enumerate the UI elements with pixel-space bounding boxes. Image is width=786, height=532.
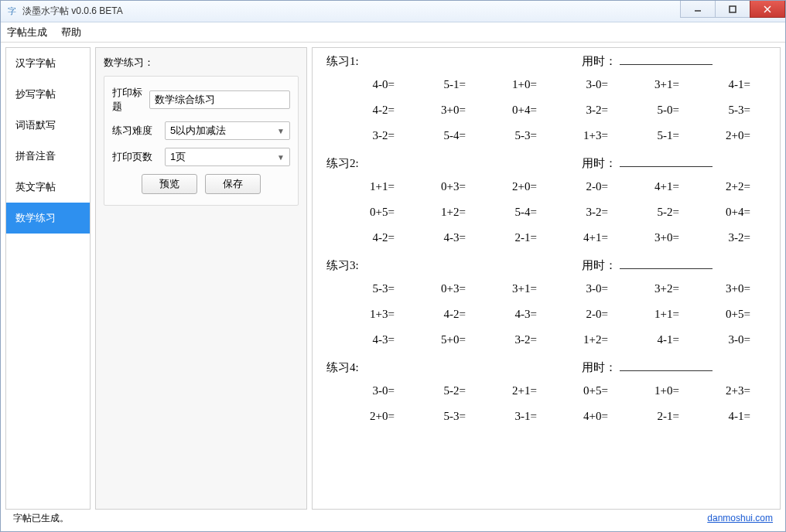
exercise-cell: 3+0= — [682, 276, 754, 302]
input-print-title[interactable] — [149, 90, 290, 109]
select-difficulty-value: 5以内加减法 — [170, 124, 226, 138]
exercise-grid: 4-0=5-1=1+0=3-0=3+1=4-1=4-2=3+0=0+4=3-2=… — [326, 72, 771, 148]
sidebar-item-2[interactable]: 词语默写 — [6, 110, 90, 141]
exercise-cell: 3-1= — [469, 404, 540, 429]
sidebar-item-4[interactable]: 英文字帖 — [6, 172, 90, 203]
window-controls — [681, 1, 785, 18]
exercise-cell: 5-4= — [398, 123, 469, 148]
exercise-header: 练习4:用时： — [326, 360, 771, 375]
exercise-cell: 0+3= — [398, 276, 469, 302]
sidebar-item-0[interactable]: 汉字字帖 — [6, 48, 90, 79]
exercise-cell: 5-0= — [611, 97, 682, 123]
exercise-cell: 4-0= — [326, 72, 398, 97]
save-button[interactable]: 保存 — [205, 174, 261, 194]
preview-pane[interactable]: 练习1:用时：4-0=5-1=1+0=3-0=3+1=4-1=4-2=3+0=0… — [312, 47, 781, 510]
exercise-cell: 5+0= — [398, 327, 469, 353]
select-pages[interactable]: 1页 ▼ — [165, 148, 290, 166]
exercise-row: 4-3=5+0=3-2=1+2=4-1=3-0= — [326, 327, 771, 353]
time-label: 用时： — [582, 156, 617, 171]
exercise-cell: 2-0= — [540, 302, 611, 327]
sidebar-item-3[interactable]: 拼音注音 — [6, 141, 90, 172]
chevron-down-icon: ▼ — [277, 127, 285, 135]
exercise-cell: 5-1= — [398, 72, 469, 97]
select-difficulty[interactable]: 5以内加减法 ▼ — [165, 121, 290, 140]
exercise-time: 用时： — [582, 360, 713, 375]
exercise-cell: 4+0= — [540, 404, 611, 429]
exercise-cell: 3+1= — [469, 276, 540, 302]
options-panel: 数学练习： 打印标题 练习难度 5以内加减法 ▼ 打印页数 — [95, 47, 307, 510]
exercise-row: 4-2=3+0=0+4=3-2=5-0=5-3= — [326, 97, 771, 123]
sidebar-item-5[interactable]: 数学练习 — [6, 203, 90, 234]
exercise-cell: 3-2= — [540, 97, 611, 123]
exercise-cell: 3+2= — [611, 276, 682, 302]
exercise-cell: 3+0= — [398, 97, 469, 123]
exercise-row: 4-0=5-1=1+0=3-0=3+1=4-1= — [326, 72, 771, 97]
select-pages-value: 1页 — [170, 150, 186, 164]
exercise-cell: 5-1= — [611, 123, 682, 148]
maximize-button[interactable] — [715, 1, 750, 18]
statusbar: 字帖已生成。 danmoshui.com — [5, 510, 781, 527]
exercise-cell: 3-2= — [326, 123, 398, 148]
exercise-grid: 3-0=5-2=2+1=0+5=1+0=2+3=2+0=5-3=3-1=4+0=… — [326, 378, 771, 429]
row-print-title: 打印标题 — [112, 86, 290, 114]
exercise-cell: 5-3= — [398, 404, 469, 429]
exercise-cell: 0+5= — [326, 200, 398, 225]
exercise-cell: 2+0= — [326, 404, 398, 429]
exercise-title: 练习1: — [326, 54, 582, 69]
exercise-cell: 2+2= — [682, 174, 754, 200]
exercise-cell: 1+2= — [540, 327, 611, 353]
exercise-cell: 3-2= — [682, 225, 754, 251]
exercise-cell: 1+3= — [326, 302, 398, 327]
exercise-row: 1+3=4-2=4-3=2-0=1+1=0+5= — [326, 302, 771, 327]
exercise-cell: 4-3= — [469, 302, 540, 327]
exercise-row: 1+1=0+3=2+0=2-0=4+1=2+2= — [326, 174, 771, 200]
exercise-cell: 2+0= — [469, 174, 540, 200]
svg-rect-1 — [730, 6, 736, 12]
status-link[interactable]: danmoshui.com — [707, 513, 773, 523]
time-label: 用时： — [582, 258, 617, 273]
label-print-title: 打印标题 — [112, 86, 145, 114]
minimize-button[interactable] — [680, 1, 716, 18]
exercise-title: 练习4: — [326, 360, 582, 375]
sidebar-item-1[interactable]: 抄写字帖 — [6, 79, 90, 110]
exercise-cell: 0+4= — [682, 200, 754, 225]
exercise-cell: 4-3= — [326, 327, 398, 353]
exercise-time: 用时： — [582, 156, 713, 171]
exercise-cell: 1+1= — [611, 302, 682, 327]
exercise-row: 2+0=5-3=3-1=4+0=2-1=4-1= — [326, 404, 771, 429]
label-pages: 打印页数 — [112, 150, 160, 164]
close-button[interactable] — [750, 1, 785, 18]
exercise-header: 练习1:用时： — [326, 54, 771, 69]
exercise-cell: 4+1= — [540, 225, 611, 251]
exercise-cell: 4-1= — [611, 327, 682, 353]
exercise-cell: 1+2= — [398, 200, 469, 225]
exercise-cell: 2-1= — [611, 404, 682, 429]
exercise-cell: 4-2= — [326, 225, 398, 251]
exercise-cell: 2+3= — [682, 378, 754, 404]
time-label: 用时： — [582, 360, 617, 375]
exercise-cell: 5-2= — [611, 200, 682, 225]
menu-help[interactable]: 帮助 — [61, 26, 81, 39]
exercise-cell: 2+0= — [682, 123, 754, 148]
exercise-cell: 5-3= — [326, 276, 398, 302]
exercise-cell: 1+1= — [326, 174, 398, 200]
exercise-header: 练习2:用时： — [326, 156, 771, 171]
menu-generate[interactable]: 字帖生成 — [7, 26, 47, 39]
exercise-header: 练习3:用时： — [326, 258, 771, 273]
exercise-cell: 3-0= — [326, 378, 398, 404]
menubar: 字帖生成 帮助 — [1, 22, 785, 43]
app-window: 字 淡墨水字帖 v0.0.6 BETA 字帖生成 帮助 汉字字帖抄写字帖词语默写… — [0, 0, 786, 532]
close-icon — [764, 5, 771, 13]
maximize-icon — [729, 5, 736, 13]
exercise-cell: 0+5= — [540, 378, 611, 404]
exercise-block: 练习2:用时：1+1=0+3=2+0=2-0=4+1=2+2=0+5=1+2=5… — [326, 156, 771, 251]
app-icon: 字 — [5, 5, 18, 18]
preview-button[interactable]: 预览 — [142, 174, 197, 194]
label-difficulty: 练习难度 — [112, 124, 160, 138]
exercise-cell: 3+1= — [611, 72, 682, 97]
exercise-cell: 0+4= — [469, 97, 540, 123]
exercise-cell: 5-2= — [398, 378, 469, 404]
time-label: 用时： — [582, 54, 617, 69]
window-title: 淡墨水字帖 v0.0.6 BETA — [22, 5, 123, 18]
exercise-cell: 3-2= — [469, 327, 540, 353]
